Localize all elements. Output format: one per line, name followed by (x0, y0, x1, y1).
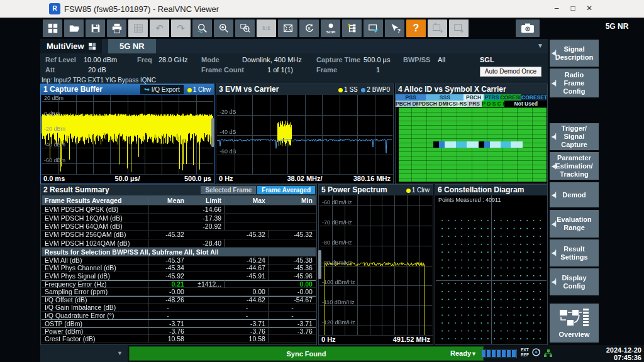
status-dropdown[interactable]: ▼ (40, 345, 128, 362)
sync-status-bar[interactable]: Sync Found▼ (129, 346, 484, 361)
y-axis-tick: -60 dBm (44, 157, 65, 163)
result-value: -45.32 (269, 231, 316, 238)
alloc-legend-item: CORESET DMRS (521, 94, 547, 101)
iq-export-button[interactable]: ↪ I/Q Export (140, 85, 183, 94)
help-button[interactable]: ? (406, 19, 426, 37)
softkey-signal[interactable]: ◀▏SignalDescription (550, 40, 599, 67)
splitter-handle[interactable] (318, 250, 321, 279)
softkey-result[interactable]: ◀▏ResultSettings (550, 239, 599, 266)
measurement-progress-indicator (480, 349, 517, 358)
power-spectrum-window[interactable]: 5 Power Spectrum 1 Clrw -60 dBm/Hz-70 dB… (318, 184, 433, 345)
evm-vs-carrier-title[interactable]: 3 EVM vs Carrier 1 SS 2 BWP0 (216, 84, 393, 95)
chevron-down-icon: ▼ (117, 350, 123, 356)
capture-buffer-plot[interactable]: 20 dBm0 dBm-20 dBm-40 dBm-60 dBm (42, 95, 213, 175)
alloc-id-grid[interactable] (396, 107, 547, 182)
softkey-overview[interactable]: Overview (550, 304, 599, 343)
print-button[interactable] (107, 19, 126, 37)
evm-vs-carrier-plot[interactable]: -20 dB-40 dB-60 dB (217, 95, 392, 175)
result-row-label: EVM PDSCH 256QAM (dB) (42, 231, 148, 238)
tab-dropdown-icon[interactable]: ▼ (537, 42, 543, 49)
power-spectrum-plot[interactable]: -60 dBm/Hz-70 dBm/Hz-80 dBm/Hz-90 dBm/Hz… (319, 195, 432, 336)
maximize-button[interactable]: □ (565, 0, 581, 17)
result-value: -45.32 (225, 231, 269, 238)
alloc-id-title[interactable]: 4 Alloc ID vs Symbol X Carrier (396, 84, 547, 94)
windows-menu-button[interactable] (43, 19, 62, 37)
close-button[interactable]: ✕ (581, 0, 597, 17)
constellation-title[interactable]: 6 Constellation Diagram (435, 185, 547, 195)
undo-button: ↶ (150, 19, 169, 37)
result-summary-tab-active[interactable]: Frame Averaged (257, 186, 315, 194)
result-value: -3.71 (225, 320, 269, 327)
softkey-parameter[interactable]: ◀▏ParameterEstimation/Tracking (550, 152, 599, 180)
power-spectrum-title[interactable]: 5 Power Spectrum 1 Clrw (319, 185, 433, 195)
svg-text:+: + (460, 28, 464, 34)
result-value: -45.32 (148, 231, 187, 238)
alloc-cell (456, 141, 467, 148)
result-value: -45.38 (269, 256, 316, 264)
minimize-button[interactable]: – (548, 0, 565, 17)
multiple-zoom-button[interactable] (235, 19, 255, 37)
softkey-trigger-[interactable]: ◀▏Trigger/SignalCapture (550, 123, 599, 150)
result-summary-tab-inactive[interactable]: Selected Frame (201, 186, 256, 194)
splitter-handle[interactable] (211, 118, 214, 147)
capture-buffer-title[interactable]: 1 Capture Buffer ↪ I/Q Export 1 Clrw (41, 84, 214, 95)
trace-legend: 1 SS 2 BWP0 (338, 86, 390, 93)
alloc-legend-row2: PBCH DMRSPDSCH DMRSCSI-RSPRSP D S C HNot… (396, 101, 547, 107)
softkey-evaluation[interactable]: ◀▏EvaluationRange (550, 210, 599, 238)
result-row-label: EVM PDSCH 1024QAM (dB) (42, 239, 148, 247)
result-summary-table: Frame Results AveragedMeanLimitMaxMinEVM… (42, 195, 316, 344)
save-button[interactable] (86, 19, 105, 37)
table-row: EVM PDSCH 1024QAM (dB)-28.40 (42, 239, 316, 248)
alloc-legend-row1: PSSSSSPBCHPTRSCORESETCORESET DMRS (396, 94, 547, 101)
result-row-label: Crest Factor (dB) (42, 335, 148, 343)
table-row: EVM PDSCH 16QAM (dB)-17.39 (42, 214, 316, 222)
result-value: -0.00 (269, 288, 316, 295)
alloc-cell (433, 141, 439, 148)
softkey-arrow-icon: ◀▏ (552, 133, 559, 141)
softkey-radio[interactable]: ◀▏RadioFrameConfig (550, 69, 599, 97)
realvnc-logo-icon: R (49, 3, 60, 14)
context-help-button[interactable]: ? (385, 19, 404, 37)
softkey-demod[interactable]: ◀▏Demod (550, 182, 599, 207)
y-axis-tick: -100 dBm/Hz (322, 279, 355, 285)
constellation-window[interactable]: 6 Constellation Diagram Points Measured … (435, 184, 548, 345)
alloc-cell (501, 141, 511, 148)
zoom-selection-button[interactable] (192, 19, 212, 37)
result-value: -3.71 (269, 320, 316, 327)
header-value: 28.0 GHz (158, 56, 187, 63)
alloc-legend-item: PTRS (484, 94, 501, 101)
softkey-arrow-icon: ◀▏ (552, 49, 559, 57)
event-actions-button[interactable] (342, 19, 362, 37)
screenshot-button[interactable] (516, 19, 540, 37)
capture-buffer-window[interactable]: 1 Capture Buffer ↪ I/Q Export 1 Clrw 20 … (40, 84, 214, 184)
sequencer-button[interactable]: S (299, 19, 319, 37)
header-value: 1 (376, 66, 380, 74)
split-maximize-button[interactable] (278, 19, 297, 37)
external-display-button[interactable] (364, 19, 383, 37)
table-row: Frequency Error (Hz)0.21±1412...0.00 (42, 280, 316, 288)
scpi-recorder-button[interactable]: SCPI (321, 19, 340, 37)
tab-multiview[interactable]: MultiView (40, 39, 102, 53)
result-summary-window[interactable]: 2 Result Summary Selected FrameFrame Ave… (40, 184, 317, 345)
y-axis-tick: 0 dBm (44, 111, 60, 117)
alloc-cell (490, 141, 501, 148)
result-value: -20.92 (187, 222, 225, 230)
result-row-label: Frequency Error (Hz) (42, 280, 148, 288)
header-label: BWP/SS (403, 56, 430, 63)
alloc-id-window[interactable]: 4 Alloc ID vs Symbol X Carrier PSSSSSPBC… (395, 84, 548, 184)
result-row-label: Power (dBm) (42, 327, 148, 335)
zoom-in-button[interactable] (214, 19, 233, 37)
result-summary-title[interactable]: 2 Result Summary Selected FrameFrame Ave… (41, 185, 316, 195)
y-axis-tick: -70 dBm/Hz (322, 219, 352, 226)
result-summary-tabs: Selected FrameFrame Averaged (201, 186, 316, 194)
constellation-plot[interactable]: Points Measured : 40911 (436, 195, 547, 344)
softkey-arrow-icon: ◀▏ (552, 220, 559, 228)
evm-vs-carrier-window[interactable]: 3 EVM vs Carrier 1 SS 2 BWP0 -20 dB-40 d… (216, 84, 394, 184)
result-row-label: Frame Results Averaged (42, 197, 148, 204)
auto-demod-once-button[interactable]: Auto Demod Once (480, 67, 541, 77)
result-value: -3.76 (148, 327, 187, 335)
open-file-button[interactable] (64, 19, 84, 37)
tab-5gnr[interactable]: 5G NR (108, 39, 156, 53)
softkey-display[interactable]: ◀▏DisplayConfig (550, 268, 599, 295)
header-label: Frame (316, 66, 337, 74)
